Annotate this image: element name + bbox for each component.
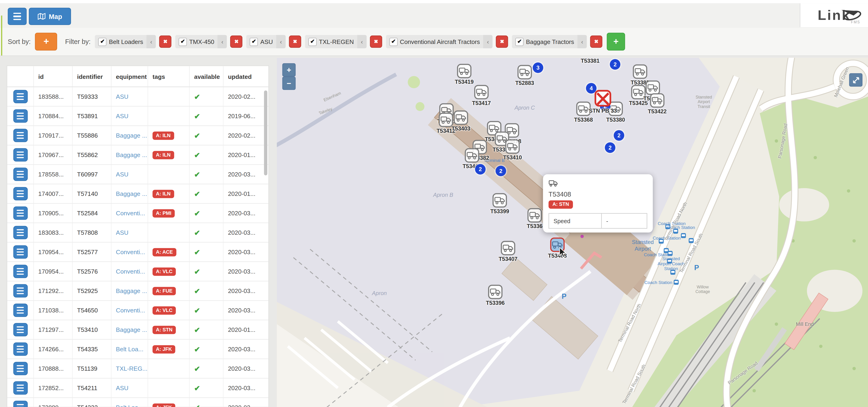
equipment-link[interactable]: Baggage ... [116, 190, 147, 197]
chip-remove-button[interactable]: ✖ [159, 36, 172, 48]
available-check-icon: ✔ [190, 165, 223, 184]
chip-label: TXL-REGEN [319, 38, 354, 45]
cluster-badge[interactable]: 2 [495, 166, 506, 176]
chip-collapse-button[interactable]: ‹ [483, 35, 493, 48]
available-check-icon: ✔ [190, 340, 223, 359]
cell-id: 170884... [34, 107, 72, 125]
table-row: 170905... T52584 Conventi... A: PMI ✔ 20… [7, 204, 268, 223]
equipment-link[interactable]: ASU [116, 229, 128, 236]
row-menu-button[interactable] [13, 362, 27, 375]
equipment-link[interactable]: ASU [116, 113, 128, 119]
column-header[interactable]: updated [223, 66, 266, 87]
cell-identifier: T54332 [72, 398, 112, 407]
tag-badge: A: ILN [153, 151, 174, 159]
equipment-link[interactable]: Conventi... [116, 249, 145, 255]
chip-collapse-button[interactable]: ‹ [147, 35, 156, 48]
equipment-link[interactable]: Baggage ... [116, 132, 147, 139]
chip-checkbox[interactable]: ✔ [98, 37, 107, 46]
map-canvas[interactable]: Apron CApron BApronTerminalTerminal BSta… [277, 58, 868, 407]
row-menu-button[interactable] [13, 245, 27, 259]
row-menu-button[interactable] [13, 206, 27, 220]
chip-collapse-button[interactable]: ‹ [357, 35, 367, 48]
row-menu-button[interactable] [13, 148, 27, 162]
row-menu-button[interactable] [13, 129, 27, 142]
cell-id: 171038... [34, 301, 72, 320]
tag-badge: A: ACE [153, 248, 176, 256]
zoom-out-button[interactable]: − [282, 77, 296, 90]
equipment-link[interactable]: Belt Loa... [116, 404, 144, 407]
column-header[interactable]: identifier [72, 66, 112, 87]
cell-id: 178558... [34, 165, 72, 184]
row-menu-button[interactable] [13, 401, 27, 407]
equipment-link[interactable]: Conventi... [116, 268, 145, 275]
row-menu-button[interactable] [13, 265, 27, 278]
row-menu-button[interactable] [13, 187, 27, 201]
equipment-link[interactable]: Baggage ... [116, 151, 147, 158]
available-check-icon: ✔ [190, 107, 223, 125]
cell-updated: 2020-03... [223, 242, 266, 262]
add-sort-button[interactable]: + [35, 33, 57, 51]
row-menu-button[interactable] [13, 303, 27, 317]
equipment-link[interactable]: Baggage ... [116, 326, 147, 333]
add-filter-button[interactable]: + [607, 33, 625, 51]
filter-bar: Sort by: + Filter by: ✔ Belt Loaders ‹ ✖… [0, 28, 868, 56]
row-menu-button[interactable] [13, 109, 27, 123]
row-menu-button[interactable] [13, 381, 27, 395]
cluster-badge[interactable]: 2 [614, 130, 624, 141]
row-menu-button[interactable] [13, 90, 27, 104]
chip-remove-button[interactable]: ✖ [590, 36, 602, 48]
row-menu-button[interactable] [13, 343, 27, 356]
chip-remove-button[interactable]: ✖ [370, 36, 382, 48]
chip-checkbox[interactable]: ✔ [515, 37, 524, 46]
column-header[interactable]: equipment [112, 66, 148, 87]
truck-icon [549, 180, 558, 187]
column-header[interactable]: tags [148, 66, 190, 87]
row-menu-button[interactable] [13, 284, 27, 298]
chip-checkbox[interactable]: ✔ [250, 37, 258, 46]
cell-updated: 2020-01... [223, 320, 266, 339]
chip-checkbox[interactable]: ✔ [308, 37, 317, 46]
menu-button[interactable] [8, 8, 27, 25]
cluster-badge[interactable]: 2 [605, 142, 615, 153]
cell-updated: 2020-03... [223, 282, 266, 300]
expand-button[interactable] [849, 73, 863, 87]
row-menu-button[interactable] [13, 226, 27, 239]
map-tab-button[interactable]: Map [29, 8, 71, 25]
table-scrollbar-thumb[interactable] [264, 90, 267, 175]
filter-chip: ✔ Belt Loaders ‹ ✖ [95, 35, 172, 48]
column-header[interactable]: available [190, 66, 223, 87]
chip-collapse-button[interactable]: ‹ [578, 35, 587, 48]
map-tab-label: Map [49, 12, 62, 20]
cell-identifier: T53891 [72, 107, 112, 125]
zoom-in-button[interactable]: + [282, 63, 296, 77]
table-row: 172889... T54332 Belt Loa... A: JFK ✔ 20… [7, 398, 268, 407]
row-menu-button[interactable] [13, 323, 27, 337]
equipment-link[interactable]: ASU [116, 93, 128, 100]
equipment-link[interactable]: Baggage ... [116, 287, 147, 294]
cell-updated: 2020-03... [223, 165, 266, 184]
available-check-icon: ✔ [190, 379, 223, 398]
cluster-badge[interactable]: 2 [610, 59, 620, 70]
chip-collapse-button[interactable]: ‹ [218, 35, 227, 48]
chip-collapse-button[interactable]: ‹ [276, 35, 286, 48]
cell-identifier: T52577 [72, 242, 112, 262]
column-header[interactable]: id [34, 66, 72, 87]
table-row: 170954... T52576 Conventi... A: VLC ✔ 20… [7, 262, 268, 282]
equipment-link[interactable]: Conventi... [116, 307, 145, 314]
row-menu-button[interactable] [13, 168, 27, 181]
tag-badge: A: JFK [153, 345, 175, 353]
cell-id: 172852... [34, 379, 72, 398]
equipment-link[interactable]: TXL-REG... [116, 365, 148, 372]
chip-remove-button[interactable]: ✖ [230, 36, 243, 48]
equipment-link[interactable]: ASU [116, 171, 128, 178]
cluster-badge[interactable]: 2 [475, 164, 486, 175]
chip-remove-button[interactable]: ✖ [496, 36, 508, 48]
chip-checkbox[interactable]: ✔ [390, 37, 398, 46]
cluster-badge[interactable]: 3 [533, 62, 543, 73]
equipment-link[interactable]: Belt Loa... [116, 346, 144, 352]
chip-remove-button[interactable]: ✖ [289, 36, 301, 48]
chip-checkbox[interactable]: ✔ [179, 37, 187, 46]
equipment-link[interactable]: Conventi... [116, 210, 145, 216]
equipment-link[interactable]: ASU [116, 384, 128, 391]
cell-updated: 2019-06... [223, 107, 266, 125]
